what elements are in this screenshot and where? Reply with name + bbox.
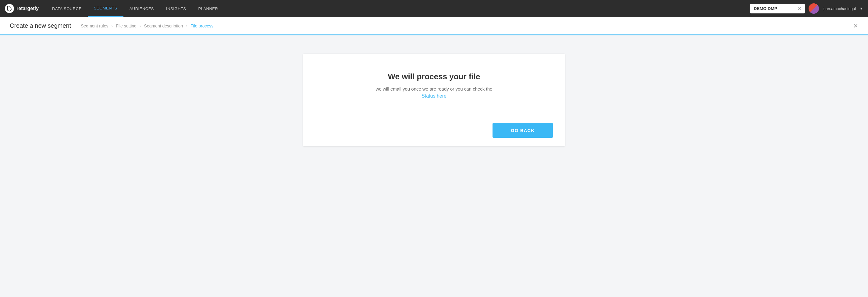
brand-name: retargetly — [17, 6, 39, 11]
card-subtitle: we will email you once we are ready or y… — [315, 86, 553, 91]
page-title: Create a new segment — [10, 22, 71, 29]
nav-planner[interactable]: PLANNER — [192, 0, 224, 17]
brand-icon — [5, 4, 14, 13]
card-footer: GO BACK — [303, 114, 565, 146]
close-icon[interactable]: ✕ — [853, 22, 858, 30]
sub-header: Create a new segment Segment rules › Fil… — [0, 17, 868, 35]
nav-data-source[interactable]: DATA SOURCE — [46, 0, 88, 17]
card-title: We will process your file — [315, 72, 553, 82]
nav-audiences[interactable]: AUDIENCES — [123, 0, 160, 17]
chevron-down-icon[interactable]: ▼ — [860, 6, 863, 11]
process-card: We will process your file we will email … — [303, 54, 565, 146]
nav-segments[interactable]: SEGMENTS — [88, 0, 123, 17]
username: juan.amuchastegui — [823, 6, 856, 11]
nav-right: DEMO DMP ✕ juan.amuchastegui ▼ — [750, 3, 863, 14]
breadcrumb: Segment rules › File setting › Segment d… — [81, 24, 853, 28]
avatar[interactable] — [809, 3, 819, 14]
breadcrumb-segment-description[interactable]: Segment description — [144, 24, 183, 28]
card-body: We will process your file we will email … — [303, 54, 565, 114]
main-content: We will process your file we will email … — [0, 35, 868, 297]
brand-logo[interactable]: retargetly — [5, 4, 39, 13]
breadcrumb-sep-3: › — [186, 24, 187, 28]
breadcrumb-sep-2: › — [140, 24, 141, 28]
demo-dmp-text: DEMO DMP — [754, 6, 795, 11]
navbar: retargetly DATA SOURCE SEGMENTS AUDIENCE… — [0, 0, 868, 17]
breadcrumb-sep-1: › — [112, 24, 113, 28]
demo-dmp-box[interactable]: DEMO DMP ✕ — [750, 4, 805, 13]
demo-dmp-close-icon[interactable]: ✕ — [797, 6, 801, 11]
status-link[interactable]: Status here — [422, 93, 446, 98]
breadcrumb-segment-rules[interactable]: Segment rules — [81, 24, 108, 28]
nav-items: DATA SOURCE SEGMENTS AUDIENCES INSIGHTS … — [46, 0, 750, 17]
breadcrumb-file-process[interactable]: File process — [190, 24, 213, 28]
nav-insights[interactable]: INSIGHTS — [160, 0, 192, 17]
breadcrumb-file-setting[interactable]: File setting — [116, 24, 136, 28]
go-back-button[interactable]: GO BACK — [493, 123, 553, 138]
